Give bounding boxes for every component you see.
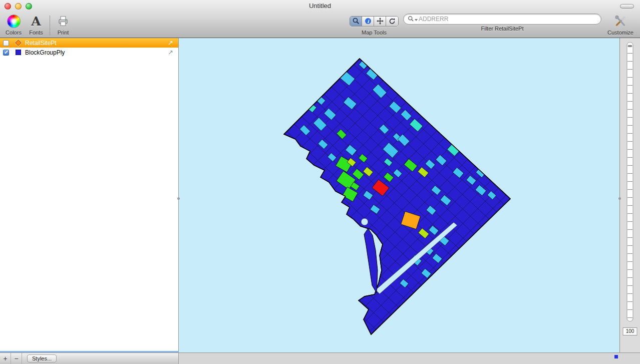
colors-button[interactable]: Colors <box>2 14 25 36</box>
fonts-button[interactable]: A Fonts <box>25 14 47 36</box>
print-label: Print <box>58 30 69 36</box>
layer-list-toolbar: + − Styles... <box>0 352 179 364</box>
styles-button[interactable]: Styles... <box>27 354 57 362</box>
info-icon: i <box>364 17 372 25</box>
layer-visibility-checkbox[interactable] <box>3 50 9 56</box>
printer-icon <box>57 15 70 28</box>
polygon-layer-icon <box>16 50 21 55</box>
divider <box>22 353 22 364</box>
layer-name: RetailSitePt <box>25 40 168 47</box>
map-svg <box>179 38 619 352</box>
color-wheel-icon <box>7 15 21 28</box>
rotate-icon <box>388 17 396 25</box>
map-canvas[interactable] <box>179 38 619 352</box>
zoom-value-field[interactable]: 100 <box>623 327 637 335</box>
customize-label: Customize <box>607 30 633 36</box>
search-scope-caret <box>415 19 418 21</box>
window-chrome: Untitled Colors A Fonts <box>0 0 640 38</box>
window-title: Untitled <box>0 2 640 10</box>
app-window: Untitled Colors A Fonts <box>0 0 640 364</box>
map-tools-label: Map Tools <box>362 30 387 36</box>
add-layer-button[interactable]: + <box>0 353 11 364</box>
toolbar-separator <box>50 16 50 36</box>
layer-row-blockgroupply[interactable]: BlockGroupPly ↗ <box>0 48 178 57</box>
tidal-basin <box>361 218 368 225</box>
point-layer-icon <box>15 40 22 46</box>
toolbar: Colors A Fonts Print <box>0 13 640 38</box>
status-bar-right <box>179 352 640 364</box>
pan-icon <box>376 17 384 25</box>
search-icon[interactable] <box>408 16 418 22</box>
customize-button[interactable]: Customize <box>605 14 636 36</box>
tools-icon <box>613 15 627 28</box>
magnifier-icon <box>352 17 360 25</box>
fonts-label: Fonts <box>29 30 43 36</box>
zoom-slider-ticks <box>627 46 633 319</box>
layer-list: RetailSitePt ↗ BlockGroupPly ↗ <box>0 38 179 352</box>
zoom-slider-thumb[interactable] <box>628 45 632 47</box>
filter-group: Filter RetailSitePt <box>403 14 601 32</box>
fonts-icon: A <box>31 15 41 28</box>
filter-label: Filter RetailSitePt <box>481 26 524 32</box>
titlebar[interactable]: Untitled <box>0 0 640 13</box>
toolbar-toggle-lozenge[interactable] <box>620 4 634 9</box>
layer-visibility-checkbox[interactable] <box>3 40 9 46</box>
remove-layer-button[interactable]: − <box>11 353 22 364</box>
content-area: RetailSitePt ↗ BlockGroupPly ↗ <box>0 38 640 352</box>
selection-color-swatch <box>614 355 618 358</box>
splitter-handle[interactable] <box>177 197 180 200</box>
map-tools-segmented-control: i <box>350 16 399 27</box>
info-tool-segment[interactable]: i <box>362 17 374 26</box>
splitter-handle[interactable] <box>618 197 621 200</box>
colors-label: Colors <box>6 30 22 36</box>
print-button[interactable]: Print <box>52 14 75 36</box>
rotate-tool-segment[interactable] <box>386 17 398 26</box>
layer-row-retailsitept[interactable]: RetailSitePt ↗ <box>0 38 178 48</box>
layer-zoom-to-icon[interactable]: ↗ <box>168 39 173 47</box>
layer-name: BlockGroupPly <box>25 49 168 56</box>
zoom-slider[interactable] <box>627 42 633 321</box>
hains-point-peninsula <box>364 228 378 293</box>
map-tools-group: i <box>349 14 399 36</box>
pan-tool-segment[interactable] <box>374 17 386 26</box>
zoom-tool-segment[interactable] <box>350 17 362 26</box>
layer-zoom-to-icon[interactable]: ↗ <box>168 49 173 56</box>
search-input[interactable] <box>403 14 601 25</box>
status-bar: + − Styles... <box>0 352 640 364</box>
zoom-control-strip: 100 <box>619 38 640 352</box>
